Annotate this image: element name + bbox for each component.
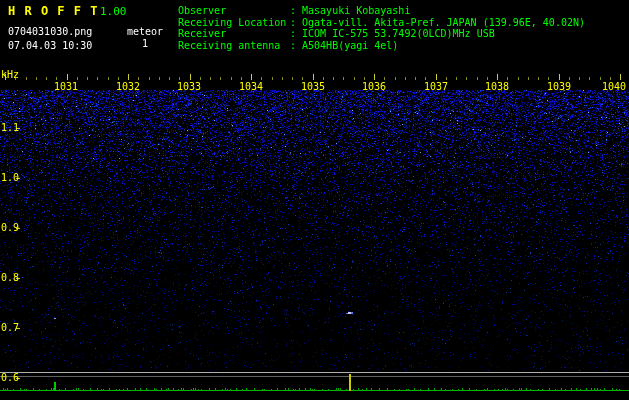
time-tick-label: 1031	[54, 81, 78, 92]
freq-tick-label: 0.8	[1, 272, 19, 283]
info-row-observer: Observer : Masayuki Kobayashi	[178, 5, 585, 17]
observation-datetime: 07.04.03 10:30	[8, 40, 92, 51]
info-value: Ogata-vill. Akita-Pref. JAPAN (139.96E, …	[302, 17, 585, 29]
freq-tick-label: 1.1	[1, 122, 19, 133]
info-separator: :	[290, 28, 296, 40]
app-title: H R O F F T	[8, 4, 98, 18]
spectrogram-canvas	[0, 0, 629, 400]
time-tick-label: 1035	[301, 81, 325, 92]
freq-tick-label: 0.9	[1, 222, 19, 233]
info-separator: :	[290, 17, 296, 29]
time-tick-label: 1040	[602, 81, 626, 92]
station-info: Observer : Masayuki Kobayashi Receiving …	[178, 5, 585, 51]
time-tick-label: 1036	[362, 81, 386, 92]
freq-tick-label: 0.7	[1, 322, 19, 333]
info-separator: :	[290, 40, 296, 52]
time-tick-label: 1038	[485, 81, 509, 92]
meteor-count: 1	[142, 38, 148, 49]
time-tick-label: 1037	[424, 81, 448, 92]
info-separator: :	[290, 5, 296, 17]
info-label: Receiver	[178, 28, 290, 40]
freq-tick-label: 0.6	[1, 372, 19, 383]
time-tick-label: 1034	[239, 81, 263, 92]
info-row-location: Receiving Location : Ogata-vill. Akita-P…	[178, 17, 585, 29]
app-version: 1.00	[100, 5, 127, 18]
hrofft-output-image: H R O F F T 1.00 0704031030.png meteor 1…	[0, 0, 629, 400]
mode-label: meteor	[127, 26, 163, 37]
info-row-antenna: Receiving antenna : A504HB(yagi 4el)	[178, 40, 585, 52]
info-value: ICOM IC-575 53.7492(0LCD)MHz USB	[302, 28, 495, 40]
info-row-receiver: Receiver : ICOM IC-575 53.7492(0LCD)MHz …	[178, 28, 585, 40]
info-value: A504HB(yagi 4el)	[302, 40, 398, 52]
freq-unit-label: kHz	[1, 69, 19, 80]
info-label: Receiving antenna	[178, 40, 290, 52]
time-tick-label: 1032	[116, 81, 140, 92]
time-tick-label: 1039	[547, 81, 571, 92]
info-value: Masayuki Kobayashi	[302, 5, 410, 17]
time-tick-label: 1033	[177, 81, 201, 92]
info-label: Observer	[178, 5, 290, 17]
output-filename: 0704031030.png	[8, 26, 92, 37]
info-label: Receiving Location	[178, 17, 290, 29]
freq-tick-label: 1.0	[1, 172, 19, 183]
